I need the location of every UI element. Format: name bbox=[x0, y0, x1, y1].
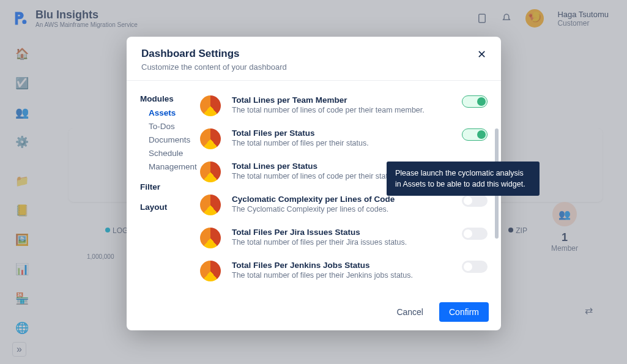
widget-subtitle: The total number of files per their Jenk… bbox=[232, 271, 451, 280]
pie-chart-icon bbox=[200, 228, 221, 248]
widget-subtitle: The Cyclomatic Complexity per lines of c… bbox=[232, 205, 451, 214]
nav-item-management[interactable]: Management bbox=[149, 162, 194, 171]
widget-toggle[interactable] bbox=[462, 261, 488, 273]
nav-item-schedule[interactable]: Schedule bbox=[149, 149, 194, 158]
widget-title: Total Lines per Team Member bbox=[232, 95, 451, 105]
widget-row: Total Files Per Jenkins Jobs StatusThe t… bbox=[200, 254, 488, 288]
pie-chart-icon bbox=[200, 162, 221, 182]
widget-toggle[interactable] bbox=[462, 228, 488, 240]
modal-subtitle: Customize the content of your dashboard bbox=[141, 62, 287, 72]
pie-chart-icon bbox=[200, 95, 221, 116]
widget-toggle[interactable] bbox=[462, 128, 488, 141]
widget-title: Total Files Per Jenkins Jobs Status bbox=[232, 261, 451, 270]
nav-header-layout[interactable]: Layout bbox=[140, 202, 194, 212]
pie-chart-icon bbox=[200, 128, 221, 149]
nav-item-documents[interactable]: Documents bbox=[149, 135, 194, 144]
widget-row: Total Lines per Team MemberThe total num… bbox=[200, 89, 488, 122]
widget-toggle[interactable] bbox=[462, 95, 488, 108]
nav-header-modules: Modules bbox=[140, 94, 194, 103]
tooltip: Please launch the cyclomatic analysis in… bbox=[387, 162, 540, 196]
widget-subtitle: The total number of files per their stat… bbox=[232, 139, 451, 147]
modal-title: Dashboard Settings bbox=[141, 48, 287, 60]
widget-toggle bbox=[462, 195, 488, 207]
nav-item-to-dos[interactable]: To-Dos bbox=[149, 122, 194, 131]
widget-title: Cyclomatic Complexity per Lines of Code bbox=[232, 195, 451, 204]
close-icon[interactable]: ✕ bbox=[477, 48, 486, 61]
nav-header-filter[interactable]: Filter bbox=[140, 182, 194, 191]
pie-chart-icon bbox=[200, 261, 221, 281]
nav-item-assets[interactable]: Assets bbox=[149, 108, 194, 117]
modal-nav: Modules AssetsTo-DosDocumentsScheduleMan… bbox=[127, 81, 194, 294]
widget-subtitle: The total number of lines of code per th… bbox=[232, 106, 451, 114]
confirm-button[interactable]: Confirm bbox=[439, 302, 489, 322]
widget-subtitle: The total number of files per their Jira… bbox=[232, 238, 451, 247]
widget-title: Total Files per Status bbox=[232, 128, 451, 138]
widget-title: Total Files Per Jira Issues Status bbox=[232, 228, 451, 237]
widget-row: Total Files Per Jira Issues StatusThe to… bbox=[200, 221, 488, 254]
widget-row: Total Files per StatusThe total number o… bbox=[200, 122, 488, 155]
pie-chart-icon bbox=[200, 195, 221, 215]
cancel-button[interactable]: Cancel bbox=[387, 302, 433, 322]
